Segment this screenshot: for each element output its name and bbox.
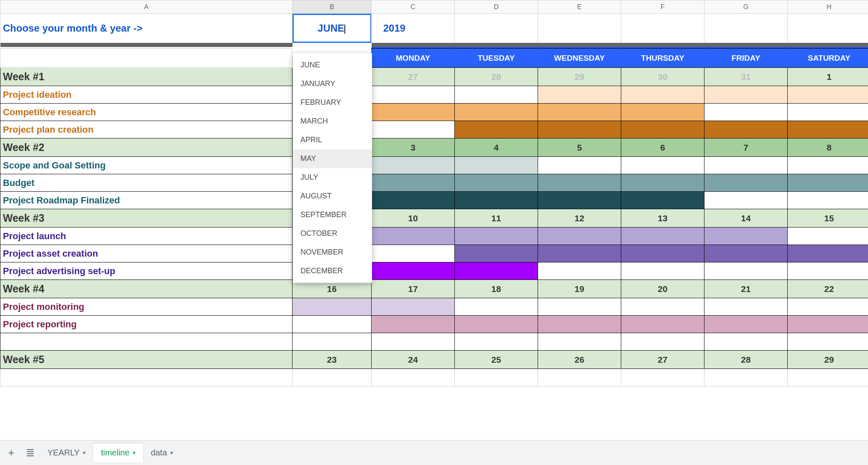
date-cell[interactable]: 14	[704, 209, 788, 228]
cell[interactable]	[0, 333, 293, 351]
date-cell[interactable]: 27	[372, 68, 455, 86]
date-cell[interactable]: 29	[788, 351, 868, 369]
month-cell[interactable]: JUNE|	[293, 14, 372, 43]
date-cell[interactable]: 29	[538, 68, 621, 86]
gantt-cell[interactable]	[621, 174, 704, 192]
date-cell[interactable]: 20	[621, 280, 704, 298]
date-cell[interactable]: 12	[538, 209, 621, 228]
gantt-cell[interactable]	[372, 192, 455, 209]
gantt-cell[interactable]	[788, 316, 868, 333]
gantt-cell[interactable]	[455, 228, 538, 245]
gantt-cell[interactable]	[455, 86, 538, 104]
date-cell[interactable]: 22	[788, 280, 868, 298]
cell[interactable]	[293, 369, 372, 386]
date-cell[interactable]: 11	[455, 209, 538, 228]
gantt-cell[interactable]	[704, 174, 788, 192]
column-header-G[interactable]: G	[704, 0, 788, 14]
gantt-cell[interactable]	[788, 245, 868, 262]
gantt-cell[interactable]	[788, 262, 868, 280]
date-cell[interactable]: 28	[455, 68, 538, 86]
gantt-cell[interactable]	[621, 86, 704, 104]
gantt-cell[interactable]	[293, 316, 372, 333]
gantt-cell[interactable]	[621, 157, 704, 174]
cell[interactable]	[372, 369, 455, 386]
cell[interactable]	[704, 369, 788, 386]
gantt-cell[interactable]	[538, 157, 621, 174]
gantt-cell[interactable]	[704, 104, 788, 121]
gantt-cell[interactable]	[788, 228, 868, 245]
gantt-cell[interactable]	[538, 104, 621, 121]
date-cell[interactable]: 26	[538, 351, 621, 369]
date-cell[interactable]: 13	[621, 209, 704, 228]
date-cell[interactable]: 18	[455, 280, 538, 298]
gantt-cell[interactable]	[455, 192, 538, 209]
gantt-cell[interactable]	[372, 316, 455, 333]
date-cell[interactable]: 15	[788, 209, 868, 228]
gantt-cell[interactable]	[788, 192, 868, 209]
gantt-cell[interactable]	[293, 298, 372, 316]
gantt-cell[interactable]	[372, 86, 455, 104]
cell[interactable]	[0, 49, 293, 68]
gantt-cell[interactable]	[455, 104, 538, 121]
gantt-cell[interactable]	[372, 121, 455, 139]
dropdown-item[interactable]: SEPTEMBER	[293, 205, 372, 224]
gantt-cell[interactable]	[788, 121, 868, 139]
gantt-cell[interactable]	[788, 157, 868, 174]
date-cell[interactable]: 31	[704, 68, 788, 86]
gantt-cell[interactable]	[621, 192, 704, 209]
gantt-cell[interactable]	[538, 174, 621, 192]
dropdown-item[interactable]: APRIL	[293, 131, 372, 149]
dropdown-item[interactable]: FEBRUARY	[293, 93, 372, 112]
gantt-cell[interactable]	[704, 262, 788, 280]
gantt-cell[interactable]	[538, 86, 621, 104]
gantt-cell[interactable]	[538, 316, 621, 333]
dropdown-item[interactable]: AUGUST	[293, 187, 372, 205]
cell[interactable]	[455, 14, 538, 43]
gantt-cell[interactable]	[455, 174, 538, 192]
gantt-cell[interactable]	[621, 298, 704, 316]
cell[interactable]	[538, 369, 621, 386]
gantt-cell[interactable]	[372, 262, 455, 280]
cell[interactable]	[704, 333, 788, 351]
gantt-cell[interactable]	[372, 157, 455, 174]
cell[interactable]	[621, 369, 704, 386]
gantt-cell[interactable]	[621, 245, 704, 262]
gantt-cell[interactable]	[704, 86, 788, 104]
column-header-E[interactable]: E	[538, 0, 621, 14]
gantt-cell[interactable]	[372, 174, 455, 192]
cell[interactable]	[455, 369, 538, 386]
gantt-cell[interactable]	[455, 298, 538, 316]
gantt-cell[interactable]	[372, 228, 455, 245]
cell[interactable]	[788, 14, 868, 43]
date-cell[interactable]: 28	[704, 351, 788, 369]
dropdown-item[interactable]: JULY	[293, 168, 372, 187]
column-header-H[interactable]: H	[788, 0, 868, 14]
date-cell[interactable]: 10	[372, 209, 455, 228]
cell[interactable]	[293, 333, 372, 351]
cell[interactable]	[538, 333, 621, 351]
date-cell[interactable]: 1	[788, 68, 868, 86]
gantt-cell[interactable]	[455, 262, 538, 280]
gantt-cell[interactable]	[455, 121, 538, 139]
cell[interactable]	[621, 333, 704, 351]
cell[interactable]	[788, 333, 868, 351]
cell[interactable]	[538, 14, 621, 43]
gantt-cell[interactable]	[788, 86, 868, 104]
date-cell[interactable]: 25	[455, 351, 538, 369]
dropdown-item[interactable]: DECEMBER	[293, 262, 372, 280]
gantt-cell[interactable]	[704, 121, 788, 139]
gantt-cell[interactable]	[704, 298, 788, 316]
gantt-cell[interactable]	[538, 192, 621, 209]
date-cell[interactable]: 23	[293, 351, 372, 369]
dropdown-item[interactable]: OCTOBER	[293, 224, 372, 243]
gantt-cell[interactable]	[704, 192, 788, 209]
gantt-cell[interactable]	[621, 121, 704, 139]
gantt-cell[interactable]	[788, 104, 868, 121]
date-cell[interactable]: 30	[621, 68, 704, 86]
gantt-cell[interactable]	[538, 262, 621, 280]
date-cell[interactable]: 19	[538, 280, 621, 298]
column-header-B[interactable]: B	[293, 0, 372, 14]
gantt-cell[interactable]	[621, 316, 704, 333]
dropdown-item[interactable]: MAY	[293, 149, 372, 168]
date-cell[interactable]: 4	[455, 139, 538, 157]
